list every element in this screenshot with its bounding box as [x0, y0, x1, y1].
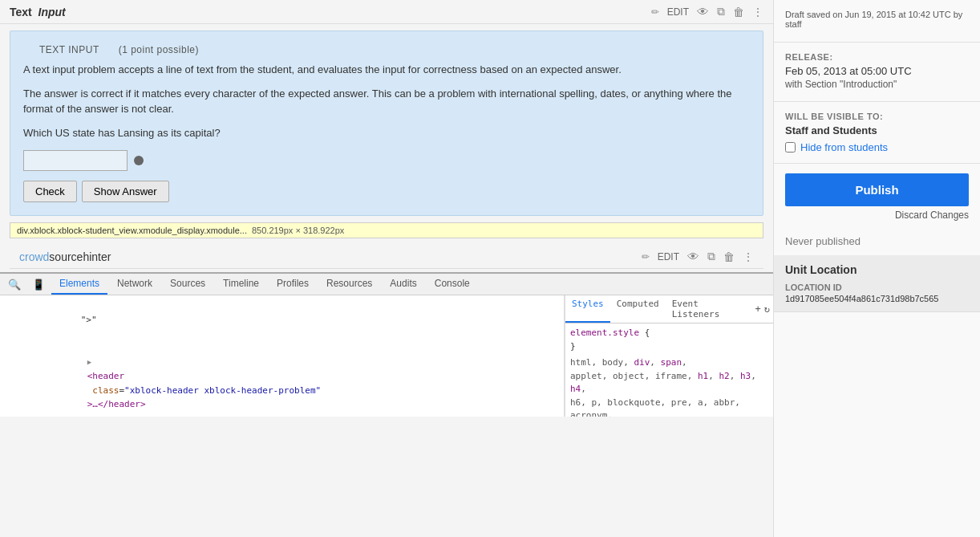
more-icon[interactable]: ⋮	[752, 6, 763, 18]
devtools-icon-mobile[interactable]: 📱	[27, 275, 50, 294]
element-size: 850.219px × 318.922px	[252, 226, 344, 235]
section-link[interactable]: Introduction	[843, 79, 893, 90]
pencil-icon-2: ✏	[642, 251, 650, 262]
right-sidebar: Draft saved on Jun 19, 2015 at 10:42 UTC…	[773, 0, 980, 537]
draft-saved-text: Draft saved on Jun 19, 2015 at 10:42 UTC…	[785, 10, 969, 29]
hinter-crowd: crowd	[19, 250, 49, 263]
problem-type-text: TEXT INPUT	[39, 44, 99, 55]
tab-sources[interactable]: Sources	[162, 274, 213, 295]
release-date: Feb 05, 2013 at 05:00 UTC	[785, 65, 969, 77]
block-title-italic: Text	[10, 6, 32, 18]
location-id-value: 1d917085ee504f4a861c731d98b7c565	[785, 294, 969, 303]
check-button[interactable]: Check	[23, 181, 77, 202]
styles-panel: Styles Computed Event Listeners + ↻ elem…	[565, 295, 773, 417]
block-title-bold: Input	[38, 6, 66, 18]
never-published: Never published	[774, 227, 980, 255]
tab-timeline[interactable]: Timeline	[215, 274, 267, 295]
tab-resources[interactable]: Resources	[318, 274, 380, 295]
hinter-edit-button[interactable]: EDIT	[658, 251, 679, 262]
tab-styles[interactable]: Styles	[565, 295, 610, 323]
location-id-label: LOCATION ID	[785, 283, 969, 292]
hide-from-students-checkbox[interactable]	[785, 142, 796, 153]
section-quote-close: "	[893, 79, 897, 90]
tab-network[interactable]: Network	[109, 274, 160, 295]
devtools-panel: 🔍 📱 Elements Network Sources Timeline Pr…	[0, 272, 773, 417]
problem-content-block: TEXT INPUT (1 point possible) A text inp…	[10, 31, 763, 216]
problem-points: (1 point possible)	[119, 44, 199, 55]
visible-to-section: WILL BE VISIBLE TO: Staff and Students H…	[774, 102, 980, 164]
edit-button[interactable]: EDIT	[667, 6, 689, 18]
html-panel[interactable]: ">" ▶ <header class="xblock-header xbloc…	[0, 295, 565, 417]
tab-console[interactable]: Console	[427, 274, 478, 295]
problem-question: Which US state has Lansing as its capita…	[23, 125, 750, 141]
css-brace-open: {	[645, 327, 650, 338]
hinter-block: crowdsourcehinter ✏ EDIT 👁 ⧉ 🗑 ⋮	[10, 245, 763, 269]
will-be-visible-label: WILL BE VISIBLE TO:	[785, 112, 969, 121]
tab-audits[interactable]: Audits	[382, 274, 424, 295]
radio-indicator	[134, 156, 144, 165]
problem-type-label: TEXT INPUT (1 point possible)	[23, 44, 750, 55]
action-buttons: Check Show Answer	[23, 181, 750, 202]
eye-icon-2[interactable]: 👁	[687, 250, 699, 263]
css-selector: element.style	[570, 327, 639, 338]
discard-changes[interactable]: Discard Changes	[774, 210, 980, 227]
visible-to-value: Staff and Students	[785, 124, 969, 136]
draft-user: staff	[785, 19, 802, 29]
devtools-icon-search[interactable]: 🔍	[3, 275, 26, 294]
hinter-hint: hint	[83, 250, 101, 263]
hinter-er: er	[101, 250, 111, 263]
section-prefix: with Section	[785, 79, 837, 90]
answer-row	[23, 150, 750, 171]
hide-from-students-row: Hide from students	[785, 141, 969, 153]
block-title: Text Input	[10, 6, 66, 18]
trash-icon-2[interactable]: 🗑	[723, 250, 735, 263]
pencil-icon: ✏	[651, 6, 659, 18]
tab-computed[interactable]: Computed	[610, 295, 666, 323]
copy-icon[interactable]: ⧉	[717, 5, 725, 18]
more-icon-2[interactable]: ⋮	[743, 250, 754, 263]
left-panel: Text Input ✏ EDIT 👁 ⧉ 🗑 ⋮ TEXT INPUT (1	[0, 0, 773, 537]
show-answer-button[interactable]: Show Answer	[82, 181, 169, 202]
release-section-link: with Section "Introduction"	[785, 79, 969, 90]
problem-description-1: A text input problem accepts a line of t…	[23, 62, 750, 78]
unit-location-title: Unit Location	[785, 263, 969, 276]
styles-tabs: Styles Computed Event Listeners + ↻	[565, 295, 773, 323]
main-wrapper: Text Input ✏ EDIT 👁 ⧉ 🗑 ⋮ TEXT INPUT (1	[0, 0, 980, 537]
answer-input[interactable]	[23, 150, 128, 171]
devtools-content: ">" ▶ <header class="xblock-header xbloc…	[0, 295, 773, 417]
hide-from-students-label[interactable]: Hide from students	[800, 141, 888, 153]
styles-content: element.style { } html, body, div, span,…	[565, 323, 773, 417]
draft-text: Draft saved on Jun 19, 2015 at 10:42 UTC…	[785, 10, 962, 19]
publish-section: Publish	[774, 164, 980, 210]
hinter-title: crowdsourcehinter	[19, 250, 111, 263]
unit-location-section: Unit Location LOCATION ID 1d917085ee504f…	[774, 255, 980, 312]
hinter-source: source	[49, 250, 83, 263]
release-section: RELEASE: Feb 05, 2013 at 05:00 UTC with …	[774, 43, 980, 102]
tab-elements[interactable]: Elements	[51, 274, 107, 295]
block-header: Text Input ✏ EDIT 👁 ⧉ 🗑 ⋮	[0, 0, 773, 24]
styles-refresh-icon[interactable]: ↻	[764, 303, 770, 315]
draft-info-section: Draft saved on Jun 19, 2015 at 10:42 UTC…	[774, 0, 980, 43]
hinter-toolbar-icons: ✏ EDIT 👁 ⧉ 🗑 ⋮	[642, 250, 754, 263]
css-rule-html-body-text: html, body, div, span, applet, object, i…	[570, 357, 761, 417]
css-brace-close: }	[570, 341, 576, 352]
html-line-2: ▶ <header class="xblock-header xblock-he…	[6, 341, 557, 417]
eye-icon[interactable]: 👁	[697, 5, 709, 18]
publish-button[interactable]: Publish	[785, 173, 969, 206]
problem-description-2: The answer is correct if it matches ever…	[23, 86, 750, 117]
html-line-1: ">"	[6, 299, 557, 341]
css-rule-element: element.style { }	[570, 327, 768, 353]
element-selector: div.xblock.xblock-student_view.xmodule_d…	[17, 226, 247, 235]
copy-icon-2[interactable]: ⧉	[707, 250, 715, 263]
content-area: Text Input ✏ EDIT 👁 ⧉ 🗑 ⋮ TEXT INPUT (1	[0, 0, 980, 537]
toolbar-icons: ✏ EDIT 👁 ⧉ 🗑 ⋮	[651, 5, 763, 18]
css-rule-html-body: html, body, div, span, applet, object, i…	[570, 356, 768, 417]
devtools-tabs: 🔍 📱 Elements Network Sources Timeline Pr…	[0, 274, 773, 295]
hinter-header: crowdsourcehinter ✏ EDIT 👁 ⧉ 🗑 ⋮	[10, 245, 763, 269]
release-label: RELEASE:	[785, 52, 969, 62]
tab-profiles[interactable]: Profiles	[269, 274, 317, 295]
styles-add-icon[interactable]: +	[755, 303, 761, 315]
trash-icon[interactable]: 🗑	[733, 6, 744, 18]
tab-event-listeners[interactable]: Event Listeners	[666, 295, 755, 323]
element-info-bar: div.xblock.xblock-student_view.xmodule_d…	[10, 222, 763, 238]
